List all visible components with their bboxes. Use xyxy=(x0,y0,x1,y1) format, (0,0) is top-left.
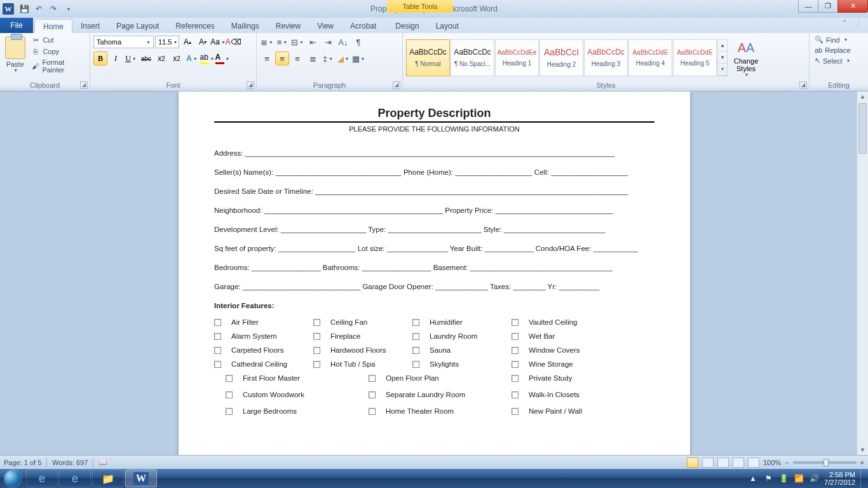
zoom-slider[interactable] xyxy=(793,461,857,464)
checkbox[interactable] xyxy=(512,391,519,398)
taskbar-word[interactable]: W xyxy=(125,470,157,487)
show-marks-button[interactable]: ¶ xyxy=(351,35,365,49)
bullets-button[interactable]: ≣▼ xyxy=(260,35,274,49)
styles-dialog-launcher[interactable]: ◢ xyxy=(799,81,807,89)
paste-button[interactable]: Paste ▼ xyxy=(3,35,27,72)
checkbox[interactable] xyxy=(512,333,519,340)
tray-power-icon[interactable]: 🔋 xyxy=(778,473,789,484)
styles-scroll-up[interactable]: ▲ xyxy=(718,40,727,52)
style-item-2[interactable]: AaBbCcDdEeHeading 1 xyxy=(495,39,539,76)
tray-clock[interactable]: 2:58 PM 7/27/2012 xyxy=(824,471,855,486)
checkbox[interactable] xyxy=(214,333,221,340)
tab-references[interactable]: References xyxy=(167,19,222,33)
tab-home[interactable]: Home xyxy=(34,19,72,33)
taskbar-explorer[interactable]: 📁 xyxy=(92,470,124,487)
tray-show-hidden-icon[interactable]: ▲ xyxy=(748,473,758,484)
line-spacing-button[interactable]: ‡▼ xyxy=(321,51,335,65)
zoom-in-button[interactable]: + xyxy=(860,459,864,466)
checkbox[interactable] xyxy=(226,408,233,415)
checkbox[interactable] xyxy=(226,391,233,398)
view-full-screen[interactable] xyxy=(702,458,714,468)
checkbox[interactable] xyxy=(369,391,376,398)
highlight-button[interactable]: ab▼ xyxy=(200,51,214,65)
checkbox[interactable] xyxy=(412,319,419,326)
select-button[interactable]: ↖Select▼ xyxy=(813,56,853,65)
find-button[interactable]: 🔍Find▼ xyxy=(813,35,850,44)
replace-button[interactable]: abReplace xyxy=(813,46,853,55)
checkbox[interactable] xyxy=(412,361,419,368)
checkbox[interactable] xyxy=(313,361,320,368)
style-item-0[interactable]: AaBbCcDc¶ Normal xyxy=(406,39,450,76)
strikethrough-button[interactable]: abc xyxy=(139,51,153,65)
checkbox[interactable] xyxy=(226,375,233,382)
vertical-scrollbar[interactable]: ▲ ▼ xyxy=(857,92,868,455)
view-outline[interactable] xyxy=(733,458,744,468)
italic-button[interactable]: I xyxy=(109,51,123,65)
status-proofing-icon[interactable]: 📖 xyxy=(98,458,107,466)
qat-customize-icon[interactable]: ▼ xyxy=(62,3,74,15)
checkbox[interactable] xyxy=(369,375,376,382)
shading-button[interactable]: ◢▼ xyxy=(336,51,350,65)
format-painter-button[interactable]: 🖌Format Painter xyxy=(30,58,86,74)
start-button[interactable] xyxy=(0,469,25,488)
tray-network-icon[interactable]: 📶 xyxy=(794,473,804,484)
font-name-combo[interactable]: Tahoma▼ xyxy=(93,36,154,48)
view-web-layout[interactable] xyxy=(717,458,729,468)
multilevel-list-button[interactable]: ⊟▼ xyxy=(290,35,304,49)
scroll-up-arrow[interactable]: ▲ xyxy=(857,92,868,102)
tab-review[interactable]: Review xyxy=(268,19,309,33)
font-dialog-launcher[interactable]: ◢ xyxy=(247,81,254,89)
grow-font-button[interactable]: A▴ xyxy=(180,35,194,49)
align-right-button[interactable]: ≡ xyxy=(290,51,304,65)
taskbar-ie-2[interactable]: e xyxy=(59,470,91,487)
tray-volume-icon[interactable]: 🔊 xyxy=(809,473,819,484)
borders-button[interactable]: ▦▼ xyxy=(351,51,365,65)
shrink-font-button[interactable]: A▾ xyxy=(196,35,210,49)
copy-button[interactable]: ⎘Copy xyxy=(30,46,86,57)
undo-icon[interactable]: ↶ xyxy=(32,3,45,15)
tab-page-layout[interactable]: Page Layout xyxy=(108,19,167,33)
minimize-button[interactable]: — xyxy=(798,0,818,13)
paragraph-dialog-launcher[interactable]: ◢ xyxy=(393,81,400,89)
zoom-out-button[interactable]: − xyxy=(785,459,789,466)
checkbox[interactable] xyxy=(512,375,519,382)
help-icon[interactable]: ❔ xyxy=(852,20,862,29)
underline-button[interactable]: U▼ xyxy=(124,51,138,65)
document-background[interactable]: Property Description PLEASE PROVIDE THE … xyxy=(0,92,857,455)
zoom-level[interactable]: 100% xyxy=(763,459,781,466)
checkbox[interactable] xyxy=(512,319,519,326)
styles-expand[interactable]: ▾ xyxy=(718,64,727,76)
bold-button[interactable]: B xyxy=(93,51,107,65)
tab-mailings[interactable]: Mailings xyxy=(223,19,268,33)
status-words[interactable]: Words: 697 xyxy=(52,459,88,466)
view-draft[interactable] xyxy=(748,458,759,468)
font-color-button[interactable]: A▼ xyxy=(215,51,229,65)
tab-insert[interactable]: Insert xyxy=(72,19,108,33)
style-item-4[interactable]: AaBbCcDcHeading 3 xyxy=(584,39,628,76)
clear-formatting-button[interactable]: A⌫ xyxy=(226,35,240,49)
checkbox[interactable] xyxy=(512,361,519,368)
subscript-button[interactable]: x2 xyxy=(154,51,168,65)
style-item-5[interactable]: AaBbCcDdEHeading 4 xyxy=(628,39,672,76)
tab-layout[interactable]: Layout xyxy=(428,19,467,33)
numbering-button[interactable]: ≡▼ xyxy=(275,35,289,49)
scroll-thumb[interactable] xyxy=(858,103,867,154)
checkbox[interactable] xyxy=(313,319,320,326)
checkbox[interactable] xyxy=(512,408,519,415)
clipboard-dialog-launcher[interactable]: ◢ xyxy=(80,81,88,89)
tab-acrobat[interactable]: Acrobat xyxy=(342,19,384,33)
align-center-button[interactable]: ≡ xyxy=(275,51,289,65)
checkbox[interactable] xyxy=(214,347,221,354)
checkbox[interactable] xyxy=(313,347,320,354)
show-desktop-button[interactable] xyxy=(860,470,865,487)
tab-file[interactable]: File xyxy=(0,18,33,33)
checkbox[interactable] xyxy=(214,361,221,368)
redo-icon[interactable]: ↷ xyxy=(47,3,60,15)
taskbar-ie-1[interactable]: e xyxy=(26,470,58,487)
change-case-button[interactable]: Aa▼ xyxy=(211,35,225,49)
cut-button[interactable]: ✂Cut xyxy=(30,35,86,45)
style-item-6[interactable]: AaBbCcDdEHeading 5 xyxy=(673,39,717,76)
minimize-ribbon-icon[interactable]: ˆ xyxy=(843,20,846,29)
tab-design[interactable]: Design xyxy=(387,19,427,33)
font-size-combo[interactable]: 11.5▼ xyxy=(155,36,179,48)
